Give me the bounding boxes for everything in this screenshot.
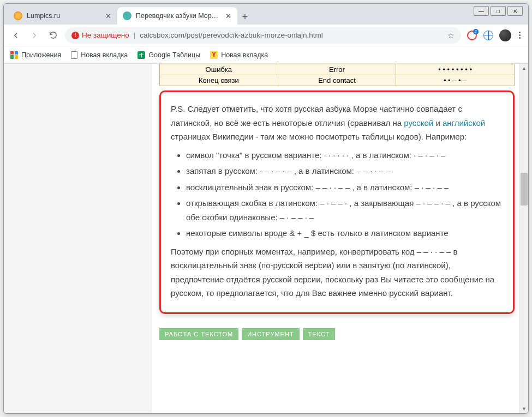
list-item: запятая в русском: · – · – · – , а в лат… (186, 164, 503, 178)
forward-button[interactable] (28, 29, 41, 42)
favicon-icon (123, 11, 131, 20)
opera-extension-icon[interactable]: 2 (467, 30, 477, 41)
bookmark-item[interactable]: Google Таблицы (138, 51, 200, 59)
window-maximize-button[interactable]: □ (491, 6, 506, 16)
address-bar[interactable]: ! Не защищено | calcsbox.com/post/perevo… (65, 27, 461, 44)
tab-strip: Lumpics.ru ✕ Переводчик азбуки Морзе онл… (4, 4, 528, 25)
new-tab-button[interactable]: + (237, 9, 253, 25)
highlighted-note: P.S. Следует отметить, что хотя русская … (159, 90, 515, 314)
table-cell: Конец связи (160, 75, 278, 86)
page-viewport: Ошибка Error • • • • • • • • Конец связи… (4, 64, 528, 413)
bookmark-item[interactable]: Новая вкладка (210, 51, 268, 59)
page-icon (71, 51, 77, 59)
table-cell: Ошибка (160, 64, 278, 75)
bookmarks-bar: Приложения Новая вкладка Google Таблицы … (4, 46, 528, 64)
page-content: Ошибка Error • • • • • • • • Конец связи… (151, 64, 523, 413)
apps-bookmark[interactable]: Приложения (10, 51, 61, 59)
tab-close-icon[interactable]: ✕ (224, 12, 232, 20)
security-warning: ! Не защищено (71, 31, 129, 39)
sheets-icon (138, 51, 145, 59)
link-english[interactable]: английской (443, 118, 485, 128)
list-item: восклицательный знак в русском: – – · · … (186, 180, 503, 195)
bookmark-star-icon[interactable]: ☆ (447, 31, 455, 40)
security-label: Не защищено (82, 31, 129, 39)
tab-close-icon[interactable]: ✕ (104, 12, 112, 20)
tab-title: Переводчик азбуки Морзе онл (136, 12, 220, 20)
browser-menu-button[interactable] (517, 29, 523, 41)
browser-toolbar: ! Не защищено | calcsbox.com/post/perevo… (4, 25, 528, 46)
table-cell: • • • • • • • • (396, 64, 515, 75)
list-item: символ "точка" в русском варианте: · · ·… (186, 148, 503, 162)
tag[interactable]: Работа с текстом (159, 328, 238, 340)
scrollbar[interactable]: ▲ ▼ (519, 64, 528, 413)
favicon-icon (14, 11, 22, 20)
profile-avatar[interactable] (499, 29, 511, 41)
list-item: открывающая скобка в латинском: – · – – … (186, 196, 503, 224)
article-tags: Работа с текстом Инструмент Текст (159, 328, 515, 340)
tab-title: Lumpics.ru (27, 12, 100, 20)
paragraph: Поэтому при спорных моментах, например, … (171, 245, 503, 300)
list-item: некоторые символы вроде & + _ $ есть тол… (186, 226, 503, 240)
tag[interactable]: Текст (303, 328, 336, 340)
table-cell: • • – • – (396, 75, 515, 86)
bookmark-label: Новая вкладка (221, 51, 268, 59)
link-russian[interactable]: русской (404, 118, 433, 128)
differences-list: символ "точка" в русском варианте: · · ·… (186, 148, 503, 240)
tab-lumpics[interactable]: Lumpics.ru ✕ (8, 7, 117, 25)
scroll-up-icon[interactable]: ▲ (520, 64, 528, 72)
bookmark-label: Приложения (21, 51, 61, 59)
table-row: Ошибка Error • • • • • • • • (160, 64, 515, 75)
table-cell: Error (278, 64, 396, 75)
apps-icon (10, 51, 18, 59)
scroll-down-icon[interactable]: ▼ (520, 404, 528, 413)
warning-icon: ! (71, 32, 79, 39)
bookmark-label: Новая вкладка (81, 51, 128, 59)
scroll-thumb[interactable] (521, 173, 528, 206)
table-cell: End contact (278, 75, 396, 86)
back-button[interactable] (9, 29, 22, 42)
window-minimize-button[interactable]: — (474, 6, 489, 16)
table-row: Конец связи End contact • • – • – (160, 75, 515, 86)
morse-table: Ошибка Error • • • • • • • • Конец связи… (159, 64, 515, 86)
tab-calcsbox[interactable]: Переводчик азбуки Морзе онл ✕ (117, 7, 237, 25)
translate-extension-icon[interactable] (483, 30, 494, 41)
bookmark-item[interactable]: Новая вкладка (71, 51, 128, 59)
paragraph: P.S. Следует отметить, что хотя русская … (171, 102, 503, 144)
reload-button[interactable] (46, 29, 59, 42)
url-text: calcsbox.com/post/perevodcik-azbuki-morz… (140, 31, 322, 39)
window-close-button[interactable]: ✕ (507, 6, 523, 16)
bookmark-label: Google Таблицы (148, 51, 200, 59)
yandex-icon (210, 51, 218, 59)
tag[interactable]: Инструмент (242, 328, 299, 340)
separator: | (134, 31, 136, 39)
